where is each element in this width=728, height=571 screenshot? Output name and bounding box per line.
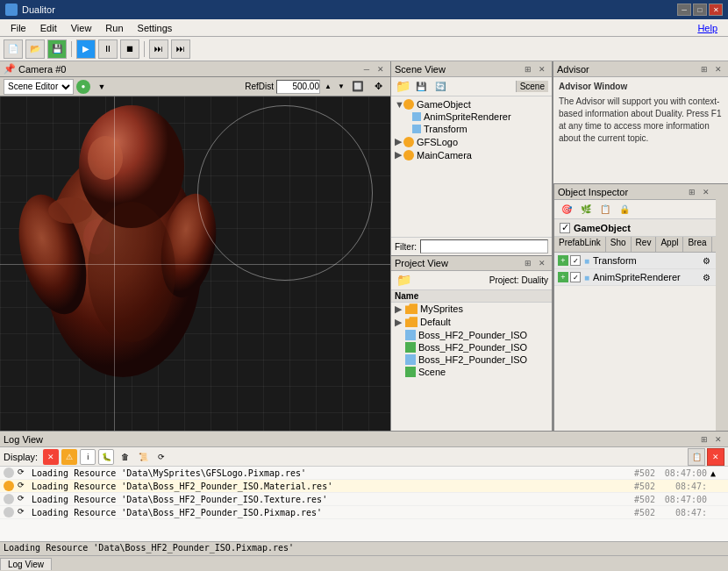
project-item-boss2[interactable]: Boss_HF2_Pounder_ISO [391,341,552,353]
tree-item-gameobject[interactable]: ▼ GameObject [391,98,552,111]
menu-settings[interactable]: Settings [131,21,180,35]
component-gear-transform[interactable]: ⚙ [700,254,712,267]
menu-run[interactable]: Run [98,21,130,35]
file-icon-scene [405,367,416,377]
tree-item-transform[interactable]: Transform [391,123,552,135]
toolbar-step2[interactable]: ⏭ [171,39,190,59]
component-row-transform[interactable]: + ✓ ■ Transform ⚙ [554,253,716,269]
toolbar-open[interactable]: 📂 [25,39,45,59]
tab-sho[interactable]: Sho [606,237,632,252]
inspector-dock-button[interactable]: ⊞ [686,186,698,198]
log-filter-clear[interactable]: 🗑 [117,449,132,465]
tree-item-gfslogo[interactable]: ▶ GFSLogo [391,135,552,148]
log-tab[interactable]: Log View [0,558,52,570]
editor-green-btn[interactable]: ● [76,80,90,94]
inspector-tool-component[interactable]: 🌿 [577,201,595,218]
refdist-input[interactable] [276,80,320,94]
tab-prefablink[interactable]: PrefabLink [554,237,606,252]
log-filter-error[interactable]: ✕ [43,449,59,465]
toolbar-step[interactable]: ⏭ [149,39,168,59]
scene-tool3[interactable]: 🔄 [432,78,449,96]
camera-viewport[interactable] [0,96,390,431]
advisor-dock-button[interactable]: ⊞ [698,63,710,75]
project-item-mysprites[interactable]: ▶ MySprites [391,303,552,316]
log-row-4[interactable]: ⟳ Loading Resource 'Data\Boss_HF2_Pounde… [0,506,728,519]
scene-editor-select[interactable]: Scene Editor [4,79,74,95]
log-close-button[interactable]: ✕ [712,433,724,446]
project-dock-button[interactable]: ⊞ [522,257,534,269]
project-close-button[interactable]: ✕ [536,257,548,269]
tab-rev[interactable]: Rev [632,237,657,252]
inspector-tool-lock[interactable]: 🔒 [616,201,633,218]
inspector-close-button[interactable]: ✕ [700,186,712,198]
tab-appl[interactable]: Appl [656,237,683,252]
editor-option-btn[interactable]: ▼ [93,78,111,96]
filter-input[interactable] [420,239,548,253]
tree-item-animspriterenderer[interactable]: AnimSpriteRenderer [391,111,552,123]
menu-view[interactable]: View [64,21,99,35]
component-expand-transform[interactable]: + [558,255,568,266]
log-clear-btn[interactable]: ✕ [707,448,724,466]
log-row-1[interactable]: ⟳ Loading Resource 'Data\MySprites\GFSLo… [0,467,728,480]
scene-view-panel: Scene View ⊞ ✕ 📁 💾 🔄 Scene [391,61,552,256]
component-gear-animsprite[interactable]: ⚙ [700,271,712,283]
log-filter-info[interactable]: i [80,449,96,465]
toolbar-new[interactable]: 📄 [4,39,23,59]
camera-pin-button[interactable]: ─ [360,63,373,75]
project-view-title: Project View [395,258,448,268]
project-item-default[interactable]: ▶ Default [391,316,552,329]
inspector-tabs: PrefabLink Sho Rev Appl Brea [554,237,716,253]
app-icon [5,4,18,16]
menu-file[interactable]: File [4,21,33,35]
bottom-area: Log View ⊞ ✕ Display: ✕ ⚠ i 🐛 🗑 📜 ⟳ [0,431,728,571]
close-button[interactable]: ✕ [709,4,723,16]
component-expand-animsprite[interactable]: + [558,272,568,282]
component-check-animsprite[interactable]: ✓ [570,272,581,282]
refdist-up[interactable]: ▲ [323,78,333,96]
project-item-boss1[interactable]: Boss_HF2_Pounder_ISO [391,329,552,341]
maximize-button[interactable]: □ [693,4,707,16]
log-dock-button[interactable]: ⊞ [698,433,710,446]
project-label-boss1: Boss_HF2_Pounder_ISO [418,330,527,340]
component-label-animsprite: AnimSpriteRenderer [593,272,681,282]
scene-tool1[interactable]: 📁 [395,78,410,94]
inspector-tool-gameobj[interactable]: 🎯 [558,201,575,218]
inspector-tool-copy[interactable]: 📋 [596,201,614,218]
project-item-boss3[interactable]: Boss_HF2_Pounder_ISO [391,353,552,366]
project-label-scene: Scene [418,367,446,377]
folder-icon-mysprites [405,303,418,314]
toolbar-play[interactable]: ▶ [76,39,96,59]
tab-brea[interactable]: Brea [683,237,711,252]
log-filter-auto[interactable]: ⟳ [153,449,169,465]
component-check-transform[interactable]: ✓ [570,255,581,266]
refdist-down[interactable]: ▼ [336,78,346,96]
log-copy-btn[interactable]: 📋 [688,448,705,466]
toolbar-stop[interactable]: ⏹ [120,39,139,59]
scene-tool2[interactable]: 💾 [412,78,430,96]
minimize-button[interactable]: ─ [677,4,691,16]
log-filter-debug[interactable]: 🐛 [98,449,114,465]
help-link[interactable]: Help [690,21,724,35]
gameobject-checkbox[interactable]: ✓ [560,223,570,233]
menu-edit[interactable]: Edit [33,21,64,35]
project-item-scene[interactable]: Scene [391,366,552,378]
camera-tool1[interactable]: 🔲 [349,78,367,96]
log-filter-warn[interactable]: ⚠ [61,449,77,465]
scene-close-button[interactable]: ✕ [536,63,548,75]
advisor-close-button[interactable]: ✕ [712,63,724,75]
toolbar-save[interactable]: 💾 [47,39,67,59]
camera-tool2[interactable]: ✥ [369,78,387,96]
log-tab-bar: Log View [0,555,728,571]
log-msg-1: Loading Resource 'Data\MySprites\GFSLogo… [32,468,617,478]
scene-dock-button[interactable]: ⊞ [522,63,534,75]
log-row-3[interactable]: ⟳ Loading Resource 'Data\Boss_HF2_Pounde… [0,493,728,506]
log-icon-3 [4,494,14,504]
log-filter-scroll[interactable]: 📜 [135,449,151,465]
tree-label-animspriterenderer: AnimSpriteRenderer [424,111,511,122]
toolbar-pause[interactable]: ⏸ [98,39,118,59]
component-row-animsprite[interactable]: + ✓ ■ AnimSpriteRenderer ⚙ [554,269,716,286]
tree-item-maincamera[interactable]: ▶ MainCamera [391,148,552,161]
project-view-header: Project View ⊞ ✕ [391,256,552,271]
log-row-2[interactable]: ⟳ Loading Resource 'Data\Boss_HF2_Pounde… [0,480,728,493]
camera-close-button[interactable]: ✕ [375,63,387,75]
